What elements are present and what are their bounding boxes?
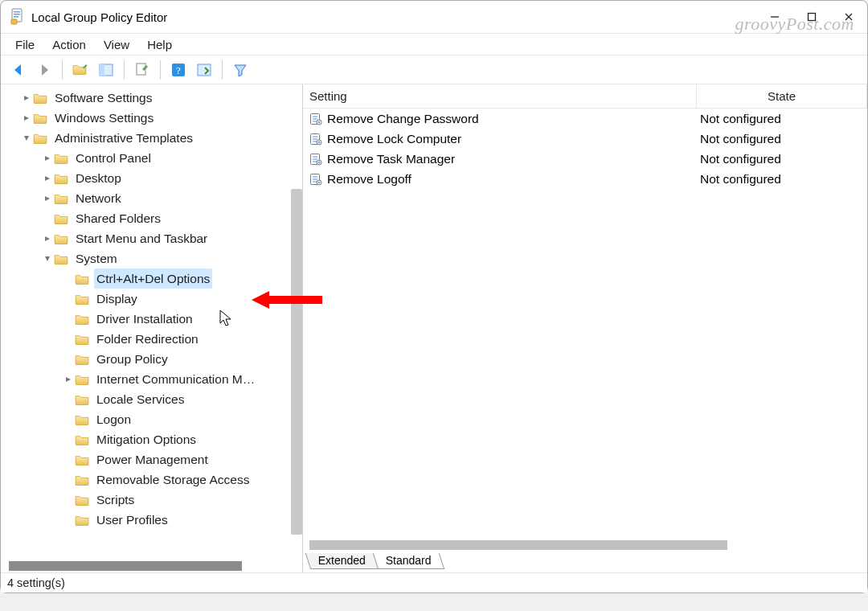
chevron-right-icon[interactable]: ▸ xyxy=(43,188,54,208)
list-horizontal-scrollbar[interactable] xyxy=(303,539,867,552)
tree-node-system[interactable]: ▾System xyxy=(1,248,302,269)
forward-button[interactable] xyxy=(33,59,55,81)
chevron-right-icon[interactable]: ▸ xyxy=(43,148,54,168)
chevron-right-icon[interactable]: ▸ xyxy=(43,228,54,248)
tree-node-logon[interactable]: Logon xyxy=(1,409,302,429)
tab-standard[interactable]: Standard xyxy=(373,553,444,569)
tree-node-control-panel[interactable]: ▸Control Panel xyxy=(1,148,302,168)
toolbar-separator xyxy=(62,60,63,80)
tree-node-driver-installation[interactable]: Driver Installation xyxy=(1,309,302,329)
policy-list[interactable]: Remove Change Password Not configured Re… xyxy=(303,109,867,539)
policy-tree[interactable]: ▸Software Settings ▸Windows Settings ▾Ad… xyxy=(1,88,302,530)
svg-rect-11 xyxy=(11,19,17,24)
tree-node-user-profiles[interactable]: User Profiles xyxy=(1,510,302,530)
policy-icon xyxy=(309,133,322,146)
policy-icon xyxy=(309,173,322,186)
folder-icon xyxy=(54,173,68,184)
svg-rect-9 xyxy=(14,14,20,15)
folder-icon xyxy=(75,414,89,425)
folder-icon xyxy=(54,253,68,264)
tree-node-locale-services[interactable]: Locale Services xyxy=(1,389,302,409)
folder-icon xyxy=(75,354,89,365)
policy-row[interactable]: Remove Change Password Not configured xyxy=(303,109,867,129)
tree-node-scripts[interactable]: Scripts xyxy=(1,490,302,510)
tree-pane: ▸Software Settings ▸Windows Settings ▾Ad… xyxy=(1,84,303,572)
column-header-setting[interactable]: Setting xyxy=(303,84,697,109)
filter-button[interactable] xyxy=(229,59,252,81)
svg-rect-17 xyxy=(100,64,104,76)
close-button[interactable] xyxy=(830,4,867,30)
folder-icon xyxy=(75,394,89,405)
chevron-down-icon[interactable]: ▾ xyxy=(43,248,54,269)
folder-icon xyxy=(75,293,89,305)
folder-icon xyxy=(54,233,68,244)
column-header-state[interactable]: State xyxy=(697,84,867,109)
tree-horizontal-scrollbar[interactable] xyxy=(1,560,302,572)
properties-button[interactable] xyxy=(193,59,215,81)
svg-rect-21 xyxy=(198,64,211,76)
folder-icon xyxy=(54,153,68,164)
tree-node-display[interactable]: Display xyxy=(1,289,302,309)
chevron-down-icon[interactable]: ▾ xyxy=(22,128,33,148)
export-button[interactable] xyxy=(131,59,154,81)
tree-node-mitigation-options[interactable]: Mitigation Options xyxy=(1,429,302,449)
tree-node-desktop[interactable]: ▸Desktop xyxy=(1,168,302,188)
content-area: ▸Software Settings ▸Windows Settings ▾Ad… xyxy=(1,84,867,573)
chevron-right-icon[interactable]: ▸ xyxy=(22,88,33,108)
list-header: Setting State xyxy=(303,84,867,109)
policy-list-pane: Setting State Remove Change Password Not… xyxy=(303,84,867,572)
folder-icon xyxy=(33,113,47,124)
tree-node-admin-templates[interactable]: ▾Administrative Templates xyxy=(1,128,302,148)
folder-icon xyxy=(33,92,47,104)
folder-icon xyxy=(75,273,89,285)
folder-icon xyxy=(75,374,89,385)
folder-icon xyxy=(75,314,89,325)
tree-node-software-settings[interactable]: ▸Software Settings xyxy=(1,88,302,108)
status-text: 4 setting(s) xyxy=(7,576,65,589)
maximize-button[interactable] xyxy=(793,4,830,30)
tree-node-internet-comm[interactable]: ▸Internet Communication M… xyxy=(1,369,302,389)
menu-action[interactable]: Action xyxy=(51,36,88,53)
folder-icon xyxy=(54,193,68,204)
policy-row[interactable]: Remove Logoff Not configured xyxy=(303,169,867,189)
tree-vertical-scrollbar[interactable] xyxy=(291,189,302,535)
policy-row[interactable]: Remove Task Manager Not configured xyxy=(303,149,867,169)
svg-rect-8 xyxy=(14,11,20,13)
tab-extended[interactable]: Extended xyxy=(305,553,379,569)
svg-rect-13 xyxy=(809,14,816,21)
tree-node-start-menu[interactable]: ▸Start Menu and Taskbar xyxy=(1,228,302,248)
folder-icon xyxy=(75,474,89,486)
folder-icon xyxy=(54,213,68,224)
folder-icon xyxy=(75,434,89,445)
tree-node-windows-settings[interactable]: ▸Windows Settings xyxy=(1,108,302,128)
titlebar: Local Group Policy Editor xyxy=(1,1,867,33)
menu-help[interactable]: Help xyxy=(145,36,174,53)
status-bar: 4 setting(s) xyxy=(1,573,867,593)
menu-view[interactable]: View xyxy=(102,36,131,53)
tree-node-ctrl-alt-del[interactable]: Ctrl+Alt+Del Options xyxy=(1,269,302,289)
menu-file[interactable]: File xyxy=(14,36,36,53)
tree-node-shared-folders[interactable]: Shared Folders xyxy=(1,208,302,228)
tree-node-group-policy[interactable]: Group Policy xyxy=(1,349,302,369)
tree-node-power-management[interactable]: Power Management xyxy=(1,449,302,470)
tree-node-network[interactable]: ▸Network xyxy=(1,188,302,208)
show-hide-tree-button[interactable] xyxy=(95,59,117,81)
tree-node-folder-redirection[interactable]: Folder Redirection xyxy=(1,329,302,349)
tab-strip: Extended Standard xyxy=(303,553,867,572)
policy-row[interactable]: Remove Lock Computer Not configured xyxy=(303,129,867,149)
help-button[interactable]: ? xyxy=(167,59,190,81)
chevron-right-icon[interactable]: ▸ xyxy=(43,168,54,188)
chevron-right-icon[interactable]: ▸ xyxy=(22,108,33,128)
folder-icon xyxy=(75,494,89,506)
app-icon xyxy=(10,8,25,26)
tree-node-removable-storage[interactable]: Removable Storage Access xyxy=(1,470,302,490)
toolbar-separator xyxy=(160,60,161,80)
chevron-right-icon[interactable]: ▸ xyxy=(63,369,75,389)
back-button[interactable] xyxy=(7,59,30,81)
minimize-button[interactable] xyxy=(756,4,793,30)
up-button[interactable] xyxy=(69,59,92,81)
folder-icon xyxy=(33,133,47,144)
menubar: File Action View Help xyxy=(1,33,867,55)
app-window: Local Group Policy Editor groovyPost.com… xyxy=(0,0,868,593)
folder-icon xyxy=(75,454,89,465)
